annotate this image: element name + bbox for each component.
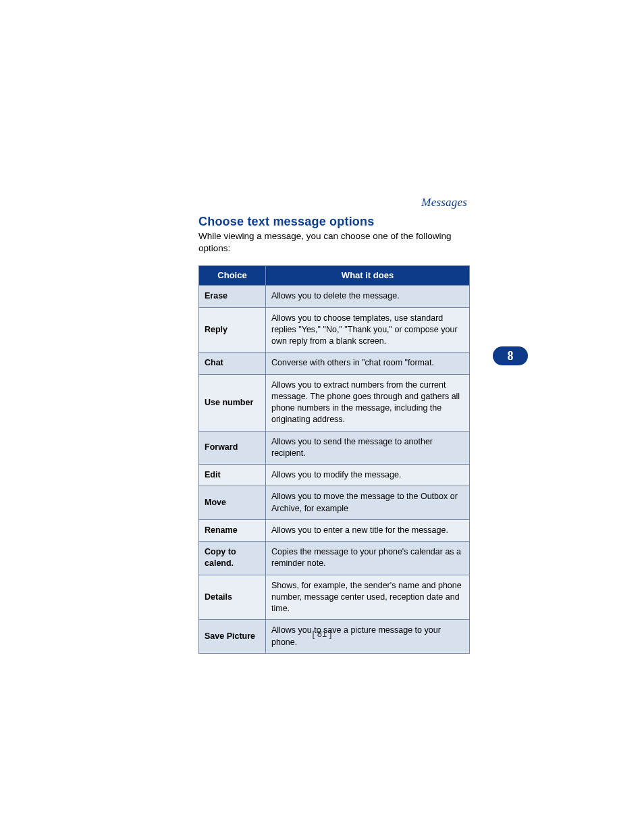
page: Messages Choose text message options Whi… bbox=[0, 0, 644, 834]
desc-cell: Shows, for example, the sender's name an… bbox=[266, 575, 470, 620]
chapter-thumb-tab: 8 bbox=[493, 346, 528, 365]
desc-cell: Converse with others in "chat room "form… bbox=[266, 353, 470, 374]
intro-paragraph: While viewing a message, you can choose … bbox=[198, 230, 470, 255]
table-row: Copy to calend. Copies the message to yo… bbox=[199, 542, 470, 575]
choice-cell: Edit bbox=[199, 465, 266, 486]
desc-cell: Copies the message to your phone's calen… bbox=[266, 542, 470, 575]
section-title: Choose text message options bbox=[198, 215, 470, 229]
table-header-row: Choice What it does bbox=[199, 266, 470, 286]
desc-cell: Allows you to enter a new title for the … bbox=[266, 519, 470, 541]
table-row: Reply Allows you to choose templates, us… bbox=[199, 307, 470, 353]
desc-cell: Allows you to move the message to the Ou… bbox=[266, 486, 470, 520]
choice-cell: Forward bbox=[199, 431, 266, 465]
table-row: Forward Allows you to send the message t… bbox=[199, 431, 470, 465]
page-number: [ 81 ] bbox=[0, 629, 644, 639]
desc-cell: Allows you to choose templates, use stan… bbox=[266, 307, 470, 353]
desc-cell: Allows you to delete the message. bbox=[266, 286, 470, 307]
col-header-choice: Choice bbox=[199, 266, 266, 286]
choice-cell: Chat bbox=[199, 353, 266, 374]
choice-cell: Move bbox=[199, 486, 266, 520]
table-row: Chat Converse with others in "chat room … bbox=[199, 353, 470, 374]
choice-cell: Copy to calend. bbox=[199, 542, 266, 575]
choice-cell: Reply bbox=[199, 307, 266, 353]
choice-cell: Erase bbox=[199, 286, 266, 307]
desc-cell: Allows you to extract numbers from the c… bbox=[266, 374, 470, 431]
table-row: Erase Allows you to delete the message. bbox=[199, 286, 470, 307]
col-header-desc: What it does bbox=[266, 266, 470, 286]
choice-cell: Rename bbox=[199, 519, 266, 541]
choice-cell: Use number bbox=[199, 374, 266, 431]
table-row: Details Shows, for example, the sender's… bbox=[199, 575, 470, 620]
table-row: Edit Allows you to modify the message. bbox=[199, 465, 470, 486]
options-table: Choice What it does Erase Allows you to … bbox=[198, 265, 470, 654]
desc-cell: Allows you to send the message to anothe… bbox=[266, 431, 470, 465]
content-block: Choose text message options While viewin… bbox=[198, 215, 470, 654]
table-row: Use number Allows you to extract numbers… bbox=[199, 374, 470, 431]
running-head: Messages bbox=[421, 196, 467, 209]
table-row: Rename Allows you to enter a new title f… bbox=[199, 519, 470, 541]
choice-cell: Details bbox=[199, 575, 266, 620]
table-row: Move Allows you to move the message to t… bbox=[199, 486, 470, 520]
desc-cell: Allows you to modify the message. bbox=[266, 465, 470, 486]
